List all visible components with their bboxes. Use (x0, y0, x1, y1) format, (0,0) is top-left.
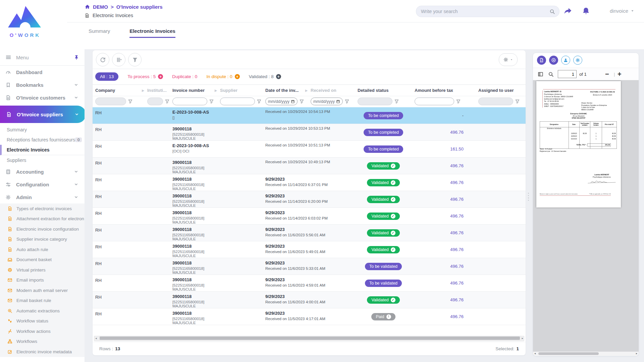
pdf-scrollbar-thumb[interactable] (538, 352, 599, 355)
column-header-detailed-status[interactable]: Detailed status (355, 85, 412, 96)
sidebar-item-dashboard[interactable]: Dashboard (0, 66, 85, 78)
table-row[interactable]: RH39000118[52251165800018] MAJUSCULE9/29… (93, 174, 526, 191)
table-row[interactable]: RH39000118[52251165800018] MAJUSCULE9/29… (93, 191, 526, 208)
filter-input-company[interactable] (95, 98, 126, 105)
status-badge[interactable]: Validated✓ (367, 229, 399, 237)
scroll-right-arrow[interactable]: ▸ (522, 336, 523, 341)
sidebar-item-electronic-invoice-configuration[interactable]: Electronic invoice configuration (0, 224, 85, 234)
funnel-icon[interactable] (165, 99, 170, 104)
plus-circle-icon[interactable]: + (158, 74, 163, 79)
sidebar-item-o-invoice-customers[interactable]: O'Invoice customers (0, 91, 85, 104)
filter-input-institution[interactable] (147, 98, 163, 105)
breadcrumb-section[interactable]: O'Invoice suppliers (116, 4, 163, 10)
sidebar-item-summary[interactable]: Summary (0, 125, 85, 135)
hamburger-menu-icon[interactable] (5, 54, 11, 60)
column-header-institution[interactable]: Instituti... (145, 85, 170, 96)
funnel-icon[interactable] (515, 99, 520, 104)
pdf-search-icon[interactable] (548, 71, 554, 77)
table-row[interactable]: RHE-2023-10-008-AS[]Received on 10/29/20… (93, 107, 526, 124)
column-header-received-on[interactable]: Received on (308, 85, 355, 96)
filter-input-amount-before-tax[interactable] (415, 98, 454, 105)
zoom-out-button[interactable]: − (605, 70, 609, 78)
tab-electronic-invoices[interactable]: Electronic Invoices (129, 28, 175, 38)
panel-resize-handle[interactable] (528, 193, 529, 201)
download-pdf-button[interactable] (537, 56, 546, 65)
calendar-icon[interactable] (336, 100, 340, 104)
sidebar-item-workflows[interactable]: Workflows (0, 337, 85, 347)
sidebar-item-electronic-invoices[interactable]: Electronic Invoices (0, 145, 85, 155)
pdf-viewer-area[interactable]: Laetitia WERNERT- EI Psychologue clinici… (533, 80, 639, 352)
funnel-icon[interactable] (128, 99, 133, 104)
page-number-input[interactable] (558, 70, 577, 78)
sidebar-item-email-imports[interactable]: Email imports (0, 275, 85, 286)
funnel-icon[interactable] (257, 99, 262, 104)
amount-link[interactable]: 496.76 (450, 163, 464, 168)
sidebar-item-virtual-printers[interactable]: Virtual printers (0, 265, 85, 275)
sidebar-item-auto-attach-rule[interactable]: Auto attach rule (0, 244, 85, 255)
amount-link[interactable]: 496.76 (450, 230, 464, 235)
pdf-scroll-right-arrow[interactable]: ▸ (636, 352, 637, 356)
table-settings-button[interactable] (499, 53, 518, 66)
breadcrumb[interactable]: DEMO > O'Invoice suppliers (85, 4, 163, 10)
amount-link[interactable]: 161.50 (450, 146, 464, 152)
column-header-invoice-date[interactable]: Date of the inv...▶ (263, 85, 308, 96)
chip-duplicate[interactable]: Duplicate : 0 (172, 74, 197, 79)
funnel-icon[interactable] (299, 99, 304, 104)
filter-date-invoice-date[interactable]: mm/dd/yyyy (265, 98, 298, 105)
table-row[interactable]: RH39000118[52251165800018] MAJUSCULE9/29… (93, 292, 526, 308)
sidebar-item-document-basket[interactable]: Document basket (0, 255, 85, 265)
sidebar-item-suppliers[interactable]: Suppliers (0, 155, 85, 165)
funnel-icon[interactable] (344, 99, 350, 104)
column-header-company[interactable]: Company▶ (93, 85, 145, 96)
sidebar-item-accounting[interactable]: Accounting (0, 165, 85, 178)
sidebar-item-electronic-invoice-metadata[interactable]: Electronic invoice metadata (0, 347, 85, 357)
status-badge[interactable]: To be completed (364, 112, 403, 119)
search-input[interactable] (420, 8, 549, 14)
sort-arrow-icon[interactable]: ▶ (305, 89, 308, 92)
column-header-invoice-number[interactable]: Invoice number▶ (170, 85, 217, 96)
sidebar-item-supplier-invoice-category[interactable]: Supplier invoice category (0, 234, 85, 245)
chip-all[interactable]: All : 13 (95, 72, 118, 81)
table-horizontal-scrollbar[interactable]: ◂ ▸ (94, 336, 524, 341)
amount-link[interactable]: 496.76 (450, 314, 464, 319)
status-badge[interactable]: Paid! (371, 313, 395, 320)
chip-to-process[interactable]: To process : 5+ (127, 74, 163, 79)
owork-logo[interactable] (6, 3, 43, 29)
breadcrumb-home[interactable]: DEMO (93, 4, 108, 10)
filter-input-invoice-number[interactable] (172, 98, 207, 105)
filter-input-assigned-to-user[interactable] (478, 98, 513, 105)
plus-circle-icon[interactable]: + (235, 74, 240, 79)
amount-link[interactable]: 496.76 (450, 180, 464, 185)
sort-arrow-icon[interactable]: ▶ (215, 89, 217, 92)
filter-input-supplier[interactable] (220, 98, 255, 105)
status-badge[interactable]: To be validated (365, 280, 402, 287)
sidebar-menu-header[interactable]: Menu (0, 49, 85, 66)
calendar-icon[interactable] (291, 100, 295, 104)
funnel-icon[interactable] (456, 99, 461, 104)
global-search[interactable] (416, 6, 559, 17)
sidebar-item-types-of-electronic-invoices[interactable]: Types of electronic invoices (0, 203, 85, 214)
status-badge[interactable]: Validated✓ (367, 246, 399, 253)
sidebar-item-email-basket-rule[interactable]: Email basket rule (0, 296, 85, 306)
table-row[interactable]: RH39000118[52251165800018] MAJUSCULE9/29… (93, 225, 526, 241)
sidebar-item-bookmarks[interactable]: Bookmarks (0, 78, 85, 91)
search-icon[interactable] (549, 9, 555, 14)
pdf-horizontal-scrollbar[interactable]: ◂ ▸ (533, 351, 639, 356)
chip-validated[interactable]: Validated : 8+ (249, 74, 281, 79)
status-badge[interactable]: Validated✓ (367, 179, 399, 186)
pin-icon[interactable] (74, 55, 79, 60)
sidebar-item-configuration[interactable]: Configuration (0, 178, 85, 191)
table-row[interactable]: RH39000118[52251165800018] MAJUSCULE9/29… (93, 308, 526, 325)
column-header-amount-before-tax[interactable]: Amount before tax (412, 85, 476, 96)
status-badge[interactable]: To be completed (364, 129, 403, 136)
status-badge[interactable]: Validated✓ (367, 296, 399, 304)
sidebar-item-admin[interactable]: Admin (0, 191, 85, 203)
sidebar-item-modern-auth-email-server[interactable]: Modern auth email server (0, 285, 85, 296)
plus-circle-icon[interactable]: + (276, 74, 281, 79)
funnel-icon[interactable] (209, 99, 214, 104)
column-header-supplier[interactable]: Supplier (217, 85, 263, 96)
preview-settings-button[interactable] (573, 56, 582, 65)
refresh-button[interactable] (96, 53, 109, 66)
share-icon[interactable] (564, 7, 572, 15)
amount-link[interactable]: 496.76 (450, 214, 464, 219)
